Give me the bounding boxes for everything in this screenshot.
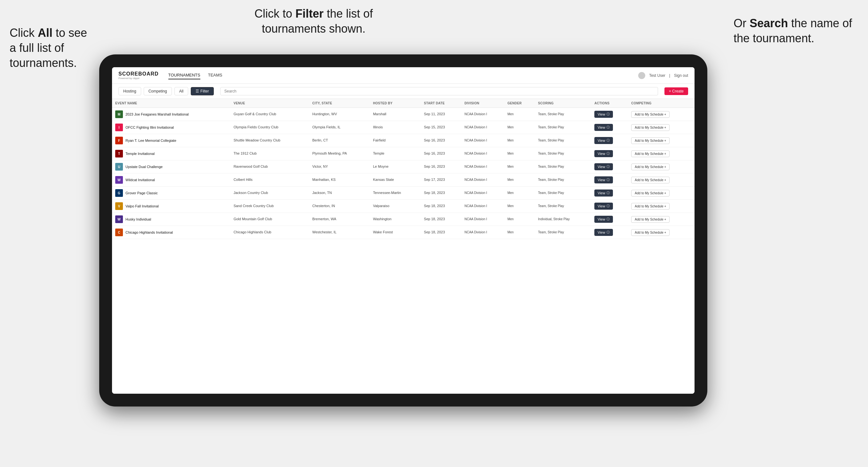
division-cell-4: NCAA Division I	[461, 160, 504, 174]
view-button-4[interactable]: View ⓘ	[594, 163, 613, 170]
info-icon-2: ⓘ	[607, 138, 610, 143]
nav-teams[interactable]: TEAMS	[208, 71, 222, 80]
gender-cell-1: Men	[504, 121, 535, 134]
add-schedule-button-6[interactable]: Add to My Schedule +	[631, 190, 670, 196]
add-schedule-button-2[interactable]: Add to My Schedule +	[631, 137, 670, 144]
competing-cell-3: Add to My Schedule +	[628, 147, 694, 160]
col-start-date: START DATE	[421, 99, 462, 108]
event-cell-7: V Valpo Fall Invitational	[112, 200, 230, 213]
info-icon-3: ⓘ	[607, 151, 610, 156]
add-schedule-button-0[interactable]: Add to My Schedule +	[631, 111, 670, 118]
col-scoring: SCORING	[535, 99, 591, 108]
action-cell-1: View ⓘ	[591, 121, 628, 134]
hosting-tab[interactable]: Hosting	[118, 87, 141, 95]
table-row: W Husky Individual Gold Mountain Golf Cl…	[112, 213, 694, 226]
event-cell-9: C Chicago Highlands Invitational	[112, 226, 230, 239]
competing-cell-7: Add to My Schedule +	[628, 200, 694, 213]
team-logo-8: W	[115, 215, 123, 223]
gender-cell-4: Men	[504, 160, 535, 174]
all-tab[interactable]: All	[175, 87, 188, 95]
annotation-top-right: Or Search the name of the tournament.	[734, 16, 855, 46]
city-cell-3: Plymouth Meeting, PA	[309, 147, 370, 160]
info-icon-9: ⓘ	[607, 230, 610, 235]
venue-cell-0: Guyan Golf & Country Club	[230, 108, 309, 121]
add-schedule-button-3[interactable]: Add to My Schedule +	[631, 150, 670, 157]
event-name-1: OFCC Fighting Illini Invitational	[125, 125, 174, 129]
add-schedule-button-7[interactable]: Add to My Schedule +	[631, 203, 670, 210]
city-cell-2: Berlin, CT	[309, 134, 370, 147]
scoring-cell-1: Team, Stroke Play	[535, 121, 591, 134]
team-logo-6: G	[115, 189, 123, 197]
tournaments-table: EVENT NAME VENUE CITY, STATE HOSTED BY S…	[112, 99, 694, 239]
signout-link[interactable]: Sign out	[674, 73, 688, 78]
view-button-0[interactable]: View ⓘ	[594, 111, 613, 118]
add-schedule-button-5[interactable]: Add to My Schedule +	[631, 177, 670, 183]
info-icon-6: ⓘ	[607, 191, 610, 195]
city-cell-4: Victor, NY	[309, 160, 370, 174]
host-cell-4: Le Moyne	[370, 160, 421, 174]
view-button-8[interactable]: View ⓘ	[594, 216, 613, 223]
user-label: Test User	[649, 73, 665, 78]
competing-cell-9: Add to My Schedule +	[628, 226, 694, 239]
add-schedule-button-9[interactable]: Add to My Schedule +	[631, 229, 670, 236]
host-cell-2: Fairfield	[370, 134, 421, 147]
host-cell-8: Washington	[370, 213, 421, 226]
create-button[interactable]: + Create	[664, 87, 688, 95]
division-cell-7: NCAA Division I	[461, 200, 504, 213]
division-cell-1: NCAA Division I	[461, 121, 504, 134]
team-logo-4: U	[115, 163, 123, 170]
add-schedule-button-4[interactable]: Add to My Schedule +	[631, 163, 670, 170]
gender-cell-0: Men	[504, 108, 535, 121]
nav-tournaments[interactable]: TOURNAMENTS	[168, 71, 200, 80]
info-icon-0: ⓘ	[607, 112, 610, 117]
separator: |	[669, 73, 670, 78]
city-cell-0: Huntington, WV	[309, 108, 370, 121]
gender-cell-6: Men	[504, 187, 535, 200]
city-cell-6: Jackson, TN	[309, 187, 370, 200]
add-schedule-button-1[interactable]: Add to My Schedule +	[631, 124, 670, 131]
city-cell-1: Olympia Fields, IL	[309, 121, 370, 134]
event-name-5: Wildcat Invitational	[125, 178, 155, 182]
date-cell-0: Sep 11, 2023	[421, 108, 462, 121]
col-competing: COMPETING	[628, 99, 694, 108]
view-button-3[interactable]: View ⓘ	[594, 150, 613, 157]
info-icon-4: ⓘ	[607, 164, 610, 169]
view-button-9[interactable]: View ⓘ	[594, 229, 613, 236]
gender-cell-7: Men	[504, 200, 535, 213]
team-logo-9: C	[115, 228, 123, 236]
view-button-6[interactable]: View ⓘ	[594, 189, 613, 196]
view-button-7[interactable]: View ⓘ	[594, 203, 613, 210]
info-icon-7: ⓘ	[607, 204, 610, 208]
date-cell-4: Sep 16, 2023	[421, 160, 462, 174]
division-cell-2: NCAA Division I	[461, 134, 504, 147]
venue-cell-6: Jackson Country Club	[230, 187, 309, 200]
view-button-2[interactable]: View ⓘ	[594, 137, 613, 144]
view-button-1[interactable]: View ⓘ	[594, 124, 613, 131]
user-avatar	[638, 72, 645, 79]
scoring-cell-7: Team, Stroke Play	[535, 200, 591, 213]
team-logo-0: M	[115, 111, 123, 118]
add-schedule-button-8[interactable]: Add to My Schedule +	[631, 216, 670, 223]
team-logo-1: I	[115, 124, 123, 131]
table-header-row: EVENT NAME VENUE CITY, STATE HOSTED BY S…	[112, 99, 694, 108]
team-logo-5: W	[115, 176, 123, 184]
event-cell-3: T Temple Invitational	[112, 147, 230, 160]
event-name-6: Grover Page Classic	[125, 191, 158, 195]
gender-cell-2: Men	[504, 134, 535, 147]
col-hosted-by: HOSTED BY	[370, 99, 421, 108]
action-cell-3: View ⓘ	[591, 147, 628, 160]
table-row: V Valpo Fall Invitational Sand Creek Cou…	[112, 200, 694, 213]
scoring-cell-5: Team, Stroke Play	[535, 174, 591, 187]
competing-tab[interactable]: Competing	[144, 87, 172, 95]
view-button-5[interactable]: View ⓘ	[594, 176, 613, 183]
venue-cell-2: Shuttle Meadow Country Club	[230, 134, 309, 147]
tablet-screen: SCOREBOARD Powered by clippd TOURNAMENTS…	[112, 67, 694, 394]
scoring-cell-2: Team, Stroke Play	[535, 134, 591, 147]
venue-cell-5: Colbert Hills	[230, 174, 309, 187]
competing-cell-0: Add to My Schedule +	[628, 108, 694, 121]
filter-button[interactable]: ☰ Filter	[191, 87, 214, 95]
scoring-cell-8: Individual, Stroke Play	[535, 213, 591, 226]
toolbar: Hosting Competing All ☰ Filter + Create	[112, 84, 694, 99]
search-input[interactable]	[220, 87, 658, 95]
city-cell-8: Bremerton, WA	[309, 213, 370, 226]
